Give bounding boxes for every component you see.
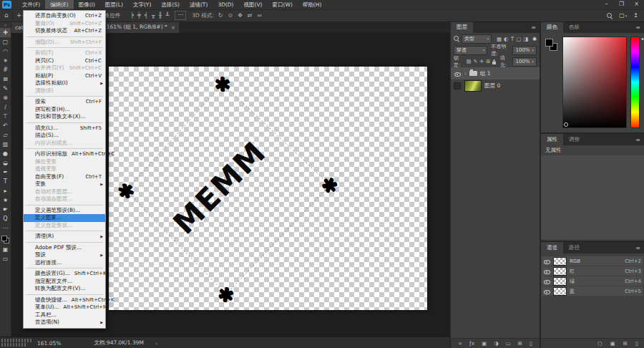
menu-item[interactable]: 自动对齐图层... (24, 188, 105, 196)
shape-tool[interactable]: ★ (0, 195, 11, 205)
menu-item[interactable]: 填充(L)... Shift+F5 (24, 125, 105, 132)
layer-filter-type-dropdown[interactable]: 类型▾ (462, 34, 492, 44)
menubar-item[interactable]: 帮助(H) (298, 0, 327, 9)
eraser-tool[interactable]: ▱ (0, 130, 11, 140)
align-vcenter-icon[interactable]: ╪ (137, 12, 141, 19)
menu-item[interactable]: 首选项(N) ▶ (24, 319, 105, 327)
menubar-item[interactable]: 编辑(E) (45, 0, 74, 9)
new-group-icon[interactable]: ▭ (506, 340, 511, 347)
menu-item[interactable]: 清理(R) ▶ (24, 233, 105, 241)
menu-item[interactable]: 菜单(U)... Alt+Shift+Ctrl+M (24, 304, 105, 311)
home-icon[interactable]: ⌂ (4, 9, 9, 21)
tab-paths[interactable]: 路径 (563, 242, 585, 253)
opacity-field[interactable]: 100%▾ (512, 46, 537, 55)
screen-mode-button[interactable]: ▭ (0, 254, 11, 264)
more-align-options-button[interactable]: ⋯ (175, 11, 186, 20)
menu-item[interactable]: 内容识别填充... (24, 140, 105, 148)
pen-tool[interactable]: ✒ (0, 168, 11, 177)
delete-channel-icon[interactable]: ▯ (635, 340, 638, 347)
menubar-item[interactable]: 选择(S) (156, 0, 185, 9)
menu-item[interactable]: Adobe PDF 预设... (24, 244, 105, 252)
object-selection-tool[interactable]: ∗ (0, 56, 11, 65)
menu-item[interactable]: 定义画笔预设(B)... (24, 207, 105, 215)
layer-thumbnail[interactable] (464, 80, 482, 92)
lock-position-icon[interactable]: ✛ (479, 59, 484, 64)
roll-3d-icon[interactable]: ⊙ (228, 12, 233, 19)
foreground-background-swatches[interactable] (1, 236, 9, 243)
filter-shape-icon[interactable]: ▢ (516, 36, 521, 42)
menu-item[interactable]: 剪切(T) Ctrl+X (24, 49, 105, 57)
blend-mode-dropdown[interactable]: 穿透▾ (454, 46, 487, 55)
orbit-3d-icon[interactable]: ↻ (218, 12, 223, 19)
panel-menu-icon[interactable]: ≡ (635, 137, 644, 143)
brush-tool[interactable]: ∕ (0, 102, 11, 112)
menu-item[interactable]: 自由变换(F) Ctrl+T (24, 173, 105, 181)
menu-item[interactable]: 合并拷贝(Y) Shift+Ctrl+C (24, 64, 105, 72)
marquee-tool[interactable]: ▢ (0, 37, 11, 47)
load-selection-icon[interactable]: ○ (597, 340, 602, 347)
menu-item[interactable]: 重做(O) Shift+Ctrl+Z (24, 20, 105, 28)
hue-slider-marker[interactable]: ◂ (641, 36, 643, 41)
visibility-eye-icon[interactable] (544, 258, 550, 264)
visibility-eye-icon[interactable] (544, 279, 550, 284)
menubar-item[interactable]: 窗口(W) (268, 0, 298, 9)
menu-item[interactable]: 工具栏... (24, 311, 105, 319)
edit-toolbar-button[interactable]: ⋯ (0, 223, 11, 233)
menu-item[interactable]: 拷贝(C) Ctrl+C (24, 57, 105, 65)
menu-item[interactable]: 键盘快捷键... Alt+Shift+Ctrl+K (24, 296, 105, 304)
menu-item[interactable]: 操控变形 (24, 158, 105, 166)
save-selection-icon[interactable]: ▣ (610, 340, 615, 347)
path-selection-tool[interactable]: ▸ (0, 186, 11, 195)
lock-all-icon[interactable] (492, 62, 496, 64)
menubar-item[interactable]: 文字(Y) (128, 0, 156, 9)
collapse-toolbar-icon[interactable]: » (0, 21, 11, 28)
scale-3d-icon[interactable]: ⇔ (258, 12, 263, 19)
menu-item[interactable]: 变换 ▶ (24, 180, 105, 188)
group-disclosure-icon[interactable]: › (464, 71, 467, 77)
menu-item[interactable]: 定义图案... (24, 214, 105, 222)
link-layers-icon[interactable]: ∞ (458, 340, 462, 347)
blur-tool[interactable]: ● (0, 149, 11, 158)
splat-shape-left[interactable]: ∗ (117, 188, 135, 193)
quick-mask-button[interactable]: ▣ (0, 245, 11, 254)
status-options-chevron[interactable]: › (155, 340, 157, 347)
filter-smart-icon[interactable]: ◨ (523, 36, 528, 42)
menubar-item[interactable]: 图层(L) (100, 0, 128, 9)
layer-filter-toggle[interactable]: ◉ (532, 36, 537, 42)
layer-style-icon[interactable]: ƒx (469, 340, 474, 347)
tab-adjustments[interactable]: 调整 (563, 134, 585, 145)
search-icon[interactable] (607, 13, 613, 19)
show-transform-controls-label[interactable]: 换控件 (104, 9, 121, 21)
healing-brush-tool[interactable]: ⊕ (0, 93, 11, 102)
tab-layers[interactable]: 图层 (451, 21, 473, 33)
visibility-eye-icon[interactable] (544, 289, 550, 294)
layer-row-image[interactable]: 图层 0 (451, 79, 540, 92)
gradient-tool[interactable]: ▥ (0, 140, 11, 149)
menubar-item[interactable]: 图像(I) (74, 0, 100, 9)
menu-item[interactable]: 指定配置文件... (24, 278, 105, 286)
menu-item[interactable]: 切换最终状态 Alt+Ctrl+Z (24, 27, 105, 35)
menubar-item[interactable]: 视图(V) (239, 0, 268, 9)
type-tool[interactable]: T (0, 177, 11, 186)
splat-shape-bottom[interactable]: ∗ (218, 293, 235, 296)
new-layer-icon[interactable]: ⊞ (518, 340, 522, 347)
hue-slider[interactable]: ◂ (630, 37, 640, 128)
distribute-center-icon[interactable]: ╫ (159, 12, 162, 19)
tab-color[interactable]: 颜色 (541, 21, 563, 33)
move-tool[interactable]: ✛ (0, 28, 11, 37)
panel-menu-icon[interactable]: ≡ (531, 24, 540, 31)
menu-item[interactable]: 定义自定形状... (24, 222, 105, 230)
new-channel-icon[interactable]: ⊞ (623, 340, 628, 347)
menu-item[interactable]: 渐隐(D)... Shift+Ctrl+F (24, 39, 105, 47)
filter-type-icon[interactable]: T (511, 36, 514, 42)
menu-item[interactable]: 预设 ▶ (24, 251, 105, 259)
eyedropper-tool[interactable]: ✎ (0, 84, 11, 93)
add-mask-icon[interactable]: ▣ (482, 340, 487, 347)
panel-menu-icon[interactable]: ≡ (635, 24, 644, 31)
layer-name[interactable]: 组 1 (480, 70, 491, 77)
pan-3d-icon[interactable]: ✥ (238, 12, 243, 19)
foreground-color-swatch[interactable] (545, 39, 553, 47)
restore-button[interactable]: ❐ (614, 0, 629, 9)
menu-item[interactable]: 远程连接... (24, 259, 105, 267)
tab-properties[interactable]: 属性 (541, 134, 563, 145)
